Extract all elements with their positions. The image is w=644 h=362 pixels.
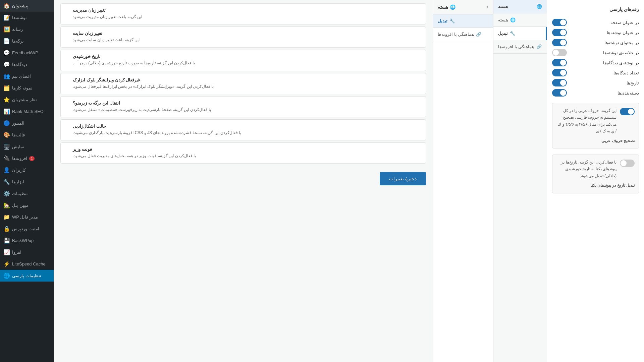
- label-admin: میهن پنل: [12, 203, 29, 208]
- icon-mentor: 🔵: [3, 120, 10, 126]
- toggle-label-in-post-title: در عنوان نوشته‌ها: [607, 30, 639, 35]
- admin-menu-item-litespeed[interactable]: ⚡ LiteSpeed Cache: [0, 258, 54, 270]
- admin-menu-item-tools[interactable]: 🔧 ابزارها: [0, 176, 54, 188]
- toggle-row-in-title: در عنوان صفحه: [552, 17, 639, 27]
- icon-haste: 🌐: [510, 17, 516, 22]
- admin-menu: 🏠 پیشخوان 📝 نوشته‌ها 🖼️ رسانه 📄 برگه‌ها …: [0, 0, 54, 362]
- secondary-sidebar: ‹ 🌐 هسته 🔧 تبدیل 🔗 هماهنگی با افزونه‌ها: [433, 0, 493, 362]
- setting-info-debug-mode: حالت اشکال‌زادیی با فعال‌کردن این گزینه،…: [73, 124, 420, 136]
- tab-label-hamahang: هماهنگی با افزونه‌ها: [498, 44, 534, 49]
- setting-title-change-site-lang: تغییر زبان سایت: [73, 31, 102, 36]
- label-rankmath: Rank Math SEO: [12, 109, 44, 114]
- settings-content: تغییر زبان مدیریت این گزینه باعث تغییر ز…: [54, 0, 433, 362]
- setting-row-solar-date: تاریخ خورشیدی با فعال‌کردن این گزینه، تا…: [60, 50, 426, 71]
- secondary-tab-label-tabdil: تبدیل: [438, 18, 447, 23]
- left-toggles: در عنوان صفحه در عنوان نوشته‌ها در محتوا…: [552, 17, 639, 98]
- icon-backwpup: 💾: [3, 237, 10, 244]
- setting-desc-solar-date: با فعال‌کردن این گزینه، تاریخ‌ها به صورت…: [73, 60, 195, 66]
- tab-label-haste: هسته: [498, 17, 508, 22]
- admin-menu-item-users[interactable]: 👤 کاربران: [0, 164, 54, 176]
- admin-menu-item-backwpup[interactable]: 💾 BackWPup: [0, 235, 54, 246]
- admin-menu-item-dashboard[interactable]: 🏠 پیشخوان: [0, 0, 54, 12]
- sidebar-tab-haste[interactable]: 🌐 هسته: [493, 0, 547, 13]
- arabic-fix-desc: این گزینه، حروف عربی را در کل سیستم به ح…: [556, 107, 616, 135]
- secondary-header-title: 🌐 هسته: [438, 4, 455, 10]
- label-dashboard: پیشخوان: [12, 3, 29, 8]
- toggle-label-in-excerpt: در خلاصه‌ی نوشته‌ها: [603, 50, 639, 55]
- admin-menu-item-team[interactable]: 👥 اعضای تیم: [0, 70, 54, 82]
- sidebar-tab-haste[interactable]: 🌐 هسته: [493, 13, 547, 27]
- setting-title-solar-date: تاریخ خورشیدی: [73, 54, 101, 59]
- toggle-in-comments[interactable]: [552, 59, 567, 66]
- back-arrow-icon[interactable]: ‹: [487, 4, 488, 10]
- icon-portfolio: 🗂️: [3, 85, 10, 91]
- sidebar-tab-hamahang[interactable]: 🔗 هماهنگی با افزونه‌ها: [493, 40, 547, 54]
- label-team: اعضای تیم: [12, 74, 32, 79]
- admin-menu-item-media[interactable]: 🖼️ رسانه: [0, 23, 54, 35]
- admin-menu-item-rankmath[interactable]: 📊 Rank Math SEO: [0, 106, 54, 117]
- toggle-row-dates: تاریخ‌ها: [552, 78, 639, 88]
- admin-menu-item-security[interactable]: 🔒 امنیت وردپرس: [0, 223, 54, 235]
- label-settings: تنظیمات: [12, 191, 28, 196]
- toggle-label-in-content: در محتوای نوشته‌ها: [604, 40, 639, 45]
- url-date-toggle[interactable]: [620, 160, 635, 167]
- admin-menu-item-posts[interactable]: 📝 نوشته‌ها: [0, 12, 54, 23]
- arabic-fix-toggle[interactable]: [620, 108, 635, 115]
- left-panel: رقم‌های پارسی در عنوان صفحه در عنوان نوش…: [547, 0, 644, 362]
- label-testimonials: نظر مشتریان: [12, 97, 37, 102]
- icon-feedbackwp: 💬: [3, 50, 10, 56]
- secondary-tab-hamahang[interactable]: 🔗 هماهنگی با افزونه‌ها: [433, 28, 493, 41]
- toggle-label-categories: دسته‌بندی‌ها: [618, 90, 639, 96]
- toggle-label-in-title: در عنوان صفحه: [610, 20, 639, 25]
- admin-menu-item-mentor[interactable]: 🔵 المنتور: [0, 117, 54, 129]
- admin-menu-item-ahrefs[interactable]: 📈 اهروا: [0, 246, 54, 258]
- toggle-row-categories: دسته‌بندی‌ها: [552, 88, 639, 98]
- icon-parsisettings: 🌐: [3, 273, 10, 279]
- admin-menu-item-templates[interactable]: 🎨 قالب‌ها: [0, 129, 54, 141]
- admin-menu-item-portfolio[interactable]: 🗂️ نمونه کارها: [0, 82, 54, 94]
- toggle-in-post-title[interactable]: [552, 29, 567, 36]
- save-button[interactable]: ذخیرهٔ تغییرات: [380, 172, 426, 185]
- secondary-header: ‹ 🌐 هسته: [433, 0, 493, 14]
- secondary-header-label: هسته: [438, 4, 448, 10]
- main-wrapper: رقم‌های پارسی در عنوان صفحه در عنوان نوش…: [54, 0, 644, 362]
- icon-settings: ⚙️: [3, 190, 10, 197]
- label-posts: نوشته‌ها: [12, 15, 27, 20]
- admin-menu-item-settings[interactable]: ⚙️ تنظیمات: [0, 188, 54, 199]
- toggle-in-content[interactable]: [552, 39, 567, 46]
- admin-menu-item-pages[interactable]: 📄 برگه‌ها: [0, 35, 54, 47]
- icon-team: 👥: [3, 73, 10, 79]
- toggle-in-excerpt[interactable]: [552, 49, 567, 56]
- toggle-in-title[interactable]: [552, 19, 567, 26]
- admin-menu-item-wpmanager[interactable]: 📁 WP مدیر فایل: [0, 211, 54, 223]
- label-portfolio: نمونه کارها: [12, 85, 33, 90]
- setting-row-change-site-lang: تغییر زبان سایت این گزینه باعث تغییر زبا…: [60, 26, 426, 48]
- toggle-row-comment-count: تعداد دیدگاه‌ها: [552, 68, 639, 78]
- setting-info-change-admin-lang: تغییر زبان مدیریت این گزینه باعث تغییر ز…: [73, 8, 420, 20]
- toggle-label-comment-count: تعداد دیدگاه‌ها: [613, 70, 639, 75]
- admin-menu-item-admin[interactable]: 🏡 میهن پنل: [0, 199, 54, 211]
- admin-menu-item-feedbackwp[interactable]: 💬 FeedbackWP: [0, 47, 54, 59]
- icon-hamahang: 🔗: [536, 44, 542, 49]
- label-media: رسانه: [12, 27, 23, 32]
- admin-menu-item-plugins[interactable]: 🔌 افزونه‌ها 1: [0, 153, 54, 164]
- label-tools: ابزارها: [12, 179, 24, 184]
- secondary-tab-tabdil[interactable]: 🔧 تبدیل: [433, 14, 493, 28]
- admin-menu-item-parsisettings[interactable]: 🌐 تنظیمات پارسی: [0, 270, 54, 282]
- label-feedbackwp: FeedbackWP: [12, 50, 38, 55]
- label-comments: دیدگاه‌ها: [12, 62, 27, 67]
- toggle-categories[interactable]: [552, 89, 567, 97]
- secondary-sidebar-tabs: 🔧 تبدیل 🔗 هماهنگی با افزونه‌ها: [433, 14, 493, 41]
- toggle-dates[interactable]: [552, 79, 567, 86]
- setting-title-change-admin-lang: تغییر زبان مدیریت: [73, 8, 106, 13]
- admin-menu-item-comments[interactable]: 💬 دیدگاه‌ها: [0, 59, 54, 70]
- admin-menu-item-appearance[interactable]: 🖥️ نمایش: [0, 141, 54, 153]
- sidebar-tab-tabdil[interactable]: 🔧 تبدیل: [493, 27, 547, 40]
- toggle-label-in-comments: در نوشته‌ی دیدگاه‌ها: [603, 60, 639, 65]
- admin-menu-item-testimonials[interactable]: ⭐ نظر مشتریان: [0, 94, 54, 106]
- toggle-comment-count[interactable]: [552, 69, 567, 76]
- icon-security: 🔒: [3, 226, 10, 232]
- setting-desc-debug-mode: با فعال‌کردن این گزینه، نسخهٔ فشرده‌نشده…: [73, 130, 241, 136]
- url-date-box: با فعال‌کردن این گزینه، تاریخ‌ها در پیون…: [552, 155, 639, 193]
- icon-appearance: 🖥️: [3, 143, 10, 150]
